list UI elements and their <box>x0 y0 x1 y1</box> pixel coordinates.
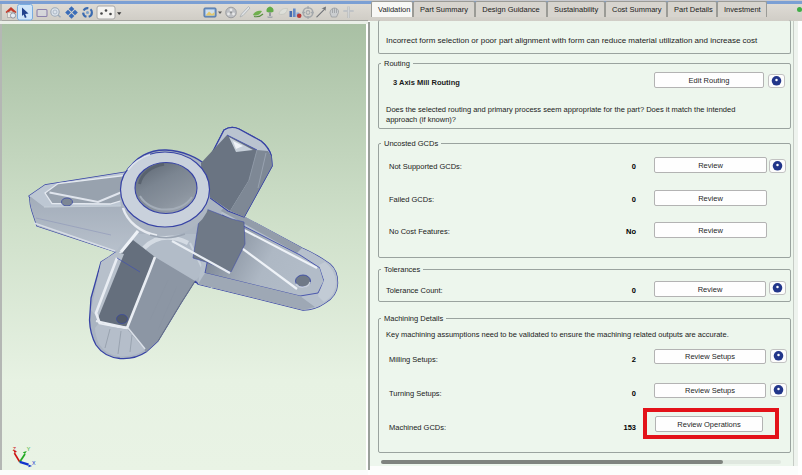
svg-text:X: X <box>32 460 36 466</box>
svg-text:Y: Y <box>27 446 31 452</box>
